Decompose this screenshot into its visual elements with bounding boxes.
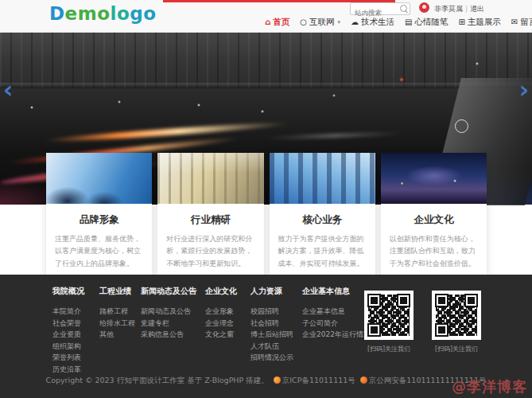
footer-link[interactable]: 社会招聘 <box>250 318 293 330</box>
hero-decoration <box>455 119 468 133</box>
footer-link[interactable]: 企业理念 <box>205 318 237 330</box>
card-text: 对行业进行深入的研究和分析，紧跟行业的发展趋势，不断地学习和更新知识。 <box>166 233 254 270</box>
qr-finder <box>435 294 449 307</box>
nav-item-internet[interactable]: ○ 互联网 ▾ <box>300 17 340 28</box>
footer-link[interactable]: 采购信息公告 <box>141 329 196 341</box>
footer-col-title[interactable]: 企业文化 <box>205 286 237 297</box>
footer-col-title[interactable]: 企业基本信息 <box>302 286 371 297</box>
site-header: Demologo 非李莫属|退出 ⌂ 首页 ○ 互联网 ▾ ☁ 技术生活 <box>0 0 532 33</box>
feature-cards: 品牌形象 注重产品质量、服务优势，以客户满意度为核心，树立了行业内上的品牌形象。… <box>46 153 487 290</box>
slider-prev-button[interactable]: ‹ <box>3 78 13 102</box>
qr-code-image <box>432 291 481 340</box>
footer-col-projects: 工程业绩 路桥工程 给排水工程 其他 <box>99 286 135 341</box>
cloud-icon: ☁ <box>351 18 359 26</box>
footer-link[interactable]: 校园招聘 <box>250 306 293 318</box>
card-title: 核心业务 <box>278 213 367 227</box>
police-badge-icon <box>360 377 367 384</box>
qr-label: [扫码]关注我们 <box>364 345 414 353</box>
nav-item-guestbook[interactable]: ✉ 留言本 ▾ <box>511 17 532 28</box>
chevron-down-icon: ▾ <box>337 19 340 25</box>
qr-finder <box>397 294 410 307</box>
card-image <box>46 153 152 204</box>
footer-col-hr: 人力资源 校园招聘 社会招聘 博士后站招聘 人才队伍 招聘情况公示 <box>250 286 293 364</box>
search-icon[interactable] <box>400 5 407 12</box>
footer-link[interactable]: 给排水工程 <box>99 318 135 330</box>
user-menu: 非李莫属|退出 <box>434 4 484 14</box>
footer-link[interactable]: 企业2022年运行情况 <box>302 329 371 341</box>
globe-icon: ○ <box>300 18 307 26</box>
footer-link[interactable]: 招聘情况公示 <box>250 352 293 364</box>
site-footer: 我院概况 本院简介 社会荣誉 企业资质 组织架构 荣誉列表 历史沿革 工程业绩 … <box>0 275 532 398</box>
nav-item-theme-demo[interactable]: ⊞ 主题展示 <box>458 17 500 28</box>
user-avatar[interactable] <box>419 2 429 13</box>
card-text: 致力于为客户提供全方面的解决方案，提升效率、降低成本、并实现可持续发展。 <box>278 233 367 270</box>
nav-label: 首页 <box>273 17 289 28</box>
footer-link[interactable]: 人才队伍 <box>250 341 293 353</box>
qr-code-image <box>364 291 414 340</box>
qr-finder <box>367 323 381 337</box>
footer-col-title[interactable]: 我院概况 <box>52 286 84 297</box>
nav-label: 心情随笔 <box>414 17 448 28</box>
footer-col-title[interactable]: 新闻动态及公告 <box>141 286 196 297</box>
user-separator: | <box>465 5 468 13</box>
qr-label: [扫码]关注我们 <box>432 345 481 353</box>
nav-item-tech-life[interactable]: ☁ 技术生活 <box>351 17 394 28</box>
qr-finder <box>464 294 478 307</box>
logo-letter: o <box>97 3 110 24</box>
card-title: 企业文化 <box>390 213 478 227</box>
feature-card-brand[interactable]: 品牌形象 注重产品质量、服务优势，以客户满意度为核心，树立了行业内上的品牌形象。 <box>46 153 152 290</box>
footer-link[interactable]: 企业基本信息 <box>302 306 371 318</box>
card-image <box>270 153 375 204</box>
icp-badge-icon <box>274 377 281 384</box>
site-logo[interactable]: Demologo <box>49 3 156 24</box>
card-image <box>157 153 263 204</box>
card-image <box>381 153 487 204</box>
username[interactable]: 非李莫属 <box>434 5 463 13</box>
feature-card-business[interactable]: 核心业务 致力于为客户提供全方面的解决方案，提升效率、降低成本、并实现可持续发展… <box>270 153 375 290</box>
nav-item-mood-notes[interactable]: ▤ 心情随笔 <box>405 17 448 28</box>
logo-letter: D <box>49 3 65 24</box>
footer-link[interactable]: 其他 <box>99 329 135 341</box>
footer-link[interactable]: 文化之窗 <box>205 329 237 341</box>
card-text: 以创新协作和责任为核心，注重团队合作和互助，致力于为客户和社会创造价值。 <box>390 233 478 270</box>
slider-next-button[interactable]: › <box>519 78 529 102</box>
comment-icon: ✉ <box>511 18 518 26</box>
card-title: 品牌形象 <box>55 213 143 227</box>
footer-col-title[interactable]: 工程业绩 <box>99 286 135 297</box>
icp-link[interactable]: 京ICP备11011111号 <box>282 376 355 384</box>
footer-col-info: 企业基本信息 企业基本信息 子公司简介 企业2022年运行情况 <box>302 286 371 341</box>
logout-link[interactable]: 退出 <box>470 5 484 13</box>
nav-item-home[interactable]: ⌂ 首页 <box>265 17 289 28</box>
logo-letter: l <box>110 3 116 24</box>
footer-link[interactable]: 企业形象 <box>205 306 237 318</box>
logo-letter: o <box>143 3 156 24</box>
footer-link[interactable]: 本院简介 <box>52 306 84 318</box>
watermark: @李洋博客 <box>452 377 527 396</box>
footer-link[interactable]: 组织架构 <box>52 341 84 353</box>
footer-link[interactable]: 党建专栏 <box>141 318 196 330</box>
qr-block-1: [扫码]关注我们 <box>364 291 414 353</box>
footer-col-news: 新闻动态及公告 新闻动态及公告 党建专栏 采购信息公告 <box>141 286 196 341</box>
qr-finder <box>435 323 449 337</box>
footer-link[interactable]: 社会荣誉 <box>52 318 84 330</box>
card-text: 注重产品质量、服务优势，以客户满意度为核心，树立了行业内上的品牌形象。 <box>55 233 143 270</box>
logo-letter: g <box>130 3 143 24</box>
feature-card-culture[interactable]: 企业文化 以创新协作和责任为核心，注重团队合作和互助，致力于为客户和社会创造价值… <box>381 153 487 290</box>
monitor-icon: ▤ <box>405 18 412 26</box>
footer-col-title[interactable]: 人力资源 <box>250 286 293 297</box>
footer-link[interactable]: 历史沿革 <box>52 364 84 376</box>
main-nav: ⌂ 首页 ○ 互联网 ▾ ☁ 技术生活 ▤ 心情随笔 ⊞ 主题展示 ✉ <box>265 17 532 28</box>
qr-finder <box>367 294 381 307</box>
footer-link[interactable]: 博士后站招聘 <box>250 329 293 341</box>
footer-link[interactable]: 子公司简介 <box>302 318 371 330</box>
footer-link[interactable]: 荣誉列表 <box>52 352 84 364</box>
footer-link[interactable]: 企业资质 <box>52 329 84 341</box>
footer-col-culture: 企业文化 企业形象 企业理念 文化之窗 <box>205 286 237 341</box>
footer-link[interactable]: 路桥工程 <box>99 306 135 318</box>
home-icon: ⌂ <box>265 18 270 26</box>
footer-link[interactable]: 新闻动态及公告 <box>141 306 196 318</box>
nav-label: 技术生活 <box>361 17 394 28</box>
footer-col-about: 我院概况 本院简介 社会荣誉 企业资质 组织架构 荣誉列表 历史沿革 <box>52 286 84 375</box>
feature-card-industry[interactable]: 行业精研 对行业进行深入的研究和分析，紧跟行业的发展趋势，不断地学习和更新知识。 <box>157 153 263 290</box>
qr-block-2: [扫码]关注我们 <box>432 291 481 353</box>
